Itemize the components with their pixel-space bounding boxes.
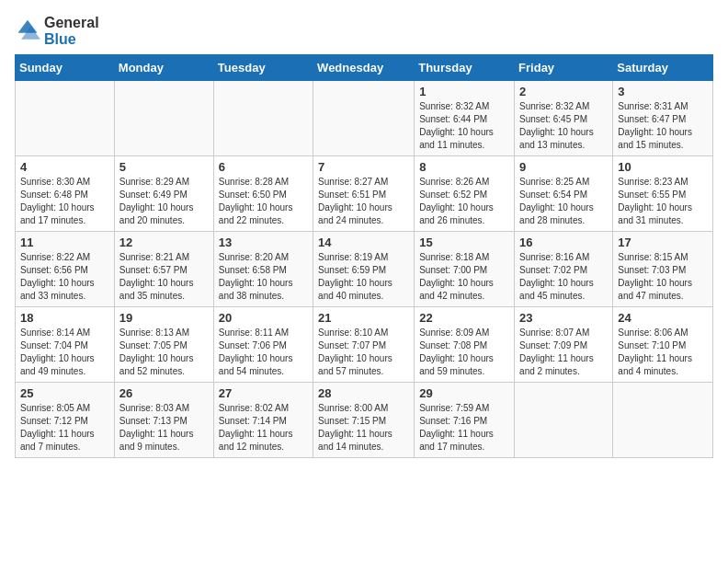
day-cell: 8Sunrise: 8:26 AM Sunset: 6:52 PM Daylig…	[415, 156, 515, 232]
day-info: Sunrise: 8:25 AM Sunset: 6:54 PM Dayligh…	[519, 176, 608, 227]
day-number: 24	[618, 311, 708, 325]
day-info: Sunrise: 8:14 AM Sunset: 7:04 PM Dayligh…	[20, 327, 109, 378]
day-info: Sunrise: 8:21 AM Sunset: 6:57 PM Dayligh…	[119, 251, 209, 303]
day-number: 17	[618, 236, 708, 249]
day-number: 22	[419, 311, 509, 325]
day-cell: 2Sunrise: 8:32 AM Sunset: 6:45 PM Daylig…	[515, 81, 613, 156]
day-cell: 28Sunrise: 8:00 AM Sunset: 7:15 PM Dayli…	[313, 383, 415, 458]
day-info: Sunrise: 8:19 AM Sunset: 6:59 PM Dayligh…	[318, 251, 409, 303]
day-cell: 10Sunrise: 8:23 AM Sunset: 6:55 PM Dayli…	[613, 156, 713, 232]
day-cell	[114, 81, 213, 156]
day-number: 21	[318, 311, 409, 325]
day-cell: 21Sunrise: 8:10 AM Sunset: 7:07 PM Dayli…	[313, 307, 415, 383]
day-cell: 13Sunrise: 8:20 AM Sunset: 6:58 PM Dayli…	[213, 232, 313, 307]
day-cell	[613, 383, 713, 458]
day-cell: 7Sunrise: 8:27 AM Sunset: 6:51 PM Daylig…	[313, 156, 415, 232]
col-header-wednesday: Wednesday	[313, 55, 415, 81]
week-row-4: 18Sunrise: 8:14 AM Sunset: 7:04 PM Dayli…	[16, 307, 713, 383]
day-info: Sunrise: 8:02 AM Sunset: 7:14 PM Dayligh…	[219, 402, 308, 454]
day-cell: 6Sunrise: 8:28 AM Sunset: 6:50 PM Daylig…	[213, 156, 313, 232]
day-info: Sunrise: 8:07 AM Sunset: 7:09 PM Dayligh…	[519, 327, 608, 378]
day-number: 28	[318, 386, 409, 400]
day-info: Sunrise: 8:20 AM Sunset: 6:58 PM Dayligh…	[219, 251, 308, 303]
day-cell: 23Sunrise: 8:07 AM Sunset: 7:09 PM Dayli…	[515, 307, 613, 383]
page-header: General Blue	[15, 15, 713, 47]
day-cell: 27Sunrise: 8:02 AM Sunset: 7:14 PM Dayli…	[213, 383, 313, 458]
day-cell	[515, 383, 613, 458]
day-cell: 15Sunrise: 8:18 AM Sunset: 7:00 PM Dayli…	[415, 232, 515, 307]
day-info: Sunrise: 8:16 AM Sunset: 7:02 PM Dayligh…	[519, 251, 608, 303]
day-cell: 3Sunrise: 8:31 AM Sunset: 6:47 PM Daylig…	[613, 81, 713, 156]
day-cell: 25Sunrise: 8:05 AM Sunset: 7:12 PM Dayli…	[16, 383, 115, 458]
day-info: Sunrise: 8:00 AM Sunset: 7:15 PM Dayligh…	[318, 402, 409, 454]
day-info: Sunrise: 8:10 AM Sunset: 7:07 PM Dayligh…	[318, 327, 409, 378]
day-number: 9	[519, 160, 608, 174]
day-number: 3	[618, 85, 708, 98]
day-info: Sunrise: 8:05 AM Sunset: 7:12 PM Dayligh…	[20, 402, 109, 454]
day-info: Sunrise: 8:31 AM Sunset: 6:47 PM Dayligh…	[618, 100, 708, 152]
day-cell: 14Sunrise: 8:19 AM Sunset: 6:59 PM Dayli…	[313, 232, 415, 307]
day-info: Sunrise: 8:22 AM Sunset: 6:56 PM Dayligh…	[20, 251, 109, 303]
col-header-thursday: Thursday	[415, 55, 515, 81]
day-info: Sunrise: 8:18 AM Sunset: 7:00 PM Dayligh…	[419, 251, 509, 303]
day-info: Sunrise: 8:11 AM Sunset: 7:06 PM Dayligh…	[219, 327, 308, 378]
day-number: 1	[419, 85, 509, 98]
day-info: Sunrise: 8:32 AM Sunset: 6:44 PM Dayligh…	[419, 100, 509, 152]
day-cell: 22Sunrise: 8:09 AM Sunset: 7:08 PM Dayli…	[415, 307, 515, 383]
day-cell: 24Sunrise: 8:06 AM Sunset: 7:10 PM Dayli…	[613, 307, 713, 383]
day-cell: 11Sunrise: 8:22 AM Sunset: 6:56 PM Dayli…	[16, 232, 115, 307]
day-number: 2	[519, 85, 608, 98]
day-info: Sunrise: 8:13 AM Sunset: 7:05 PM Dayligh…	[119, 327, 209, 378]
day-cell: 20Sunrise: 8:11 AM Sunset: 7:06 PM Dayli…	[213, 307, 313, 383]
day-number: 23	[519, 311, 608, 325]
day-cell: 19Sunrise: 8:13 AM Sunset: 7:05 PM Dayli…	[114, 307, 213, 383]
day-cell: 9Sunrise: 8:25 AM Sunset: 6:54 PM Daylig…	[515, 156, 613, 232]
day-cell: 1Sunrise: 8:32 AM Sunset: 6:44 PM Daylig…	[415, 81, 515, 156]
day-info: Sunrise: 8:29 AM Sunset: 6:49 PM Dayligh…	[119, 176, 209, 227]
col-header-tuesday: Tuesday	[213, 55, 313, 81]
day-number: 26	[119, 386, 209, 400]
day-number: 12	[119, 236, 209, 249]
col-header-sunday: Sunday	[16, 55, 115, 81]
day-number: 6	[219, 160, 308, 174]
week-row-5: 25Sunrise: 8:05 AM Sunset: 7:12 PM Dayli…	[16, 383, 713, 458]
day-info: Sunrise: 8:03 AM Sunset: 7:13 PM Dayligh…	[119, 402, 209, 454]
day-number: 11	[20, 236, 109, 249]
logo-line2: Blue	[44, 31, 99, 48]
day-number: 8	[419, 160, 509, 174]
logo: General Blue	[15, 15, 99, 47]
day-info: Sunrise: 8:23 AM Sunset: 6:55 PM Dayligh…	[618, 176, 708, 227]
col-header-monday: Monday	[114, 55, 213, 81]
day-cell	[16, 81, 115, 156]
day-info: Sunrise: 8:09 AM Sunset: 7:08 PM Dayligh…	[419, 327, 509, 378]
day-number: 4	[20, 160, 109, 174]
day-cell: 29Sunrise: 7:59 AM Sunset: 7:16 PM Dayli…	[415, 383, 515, 458]
day-info: Sunrise: 8:15 AM Sunset: 7:03 PM Dayligh…	[618, 251, 708, 303]
day-number: 10	[618, 160, 708, 174]
day-cell: 4Sunrise: 8:30 AM Sunset: 6:48 PM Daylig…	[16, 156, 115, 232]
logo-icon	[15, 18, 40, 44]
day-info: Sunrise: 8:26 AM Sunset: 6:52 PM Dayligh…	[419, 176, 509, 227]
day-cell: 17Sunrise: 8:15 AM Sunset: 7:03 PM Dayli…	[613, 232, 713, 307]
day-number: 20	[219, 311, 308, 325]
day-number: 19	[119, 311, 209, 325]
week-row-2: 4Sunrise: 8:30 AM Sunset: 6:48 PM Daylig…	[16, 156, 713, 232]
calendar-table: SundayMondayTuesdayWednesdayThursdayFrid…	[15, 54, 713, 458]
week-row-1: 1Sunrise: 8:32 AM Sunset: 6:44 PM Daylig…	[16, 81, 713, 156]
day-cell	[213, 81, 313, 156]
day-cell: 12Sunrise: 8:21 AM Sunset: 6:57 PM Dayli…	[114, 232, 213, 307]
header-row: SundayMondayTuesdayWednesdayThursdayFrid…	[16, 55, 713, 81]
day-number: 27	[219, 386, 308, 400]
day-cell: 18Sunrise: 8:14 AM Sunset: 7:04 PM Dayli…	[16, 307, 115, 383]
day-number: 29	[419, 386, 509, 400]
day-number: 25	[20, 386, 109, 400]
col-header-friday: Friday	[515, 55, 613, 81]
day-number: 18	[20, 311, 109, 325]
day-info: Sunrise: 8:06 AM Sunset: 7:10 PM Dayligh…	[618, 327, 708, 378]
day-number: 7	[318, 160, 409, 174]
day-number: 14	[318, 236, 409, 249]
day-cell: 5Sunrise: 8:29 AM Sunset: 6:49 PM Daylig…	[114, 156, 213, 232]
day-info: Sunrise: 7:59 AM Sunset: 7:16 PM Dayligh…	[419, 402, 509, 454]
day-cell: 16Sunrise: 8:16 AM Sunset: 7:02 PM Dayli…	[515, 232, 613, 307]
logo-line1: General	[44, 15, 99, 31]
